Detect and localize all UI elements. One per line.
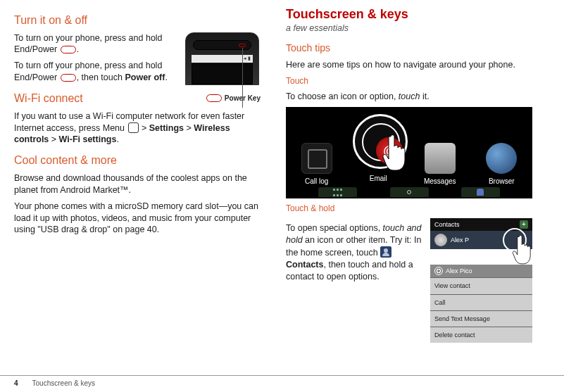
power-key-icon <box>206 94 222 102</box>
heading-turn-on-off: Turn it on & off <box>14 13 261 28</box>
context-menu-title: Alex Pico <box>430 265 532 277</box>
page-footer: 4 Touchscreen & keys <box>0 375 564 388</box>
wifi-text: If you want to use a Wi-Fi computer netw… <box>14 110 261 146</box>
menu-item-delete: Delete contact <box>430 327 532 343</box>
phone-icon <box>301 143 332 174</box>
menu-item-sms: Send Text Message <box>430 310 532 327</box>
power-key-callout: Power Key <box>183 94 261 103</box>
menu-key-icon <box>128 122 139 133</box>
touch-hold-text: To open special options, touch and hold … <box>286 222 425 282</box>
cool-content-p2: Your phone comes with a microSD memory c… <box>14 201 261 236</box>
menu-item-view: View contact <box>430 277 532 293</box>
power-key-highlight <box>239 44 246 47</box>
touch-demo-screenshot: Call log Email Messages Browser <box>286 107 532 198</box>
context-menu: Alex Pico View contact Call Send Text Me… <box>430 265 532 343</box>
touch-tips-text: Here are some tips on how to navigate ar… <box>286 59 532 71</box>
page-number: 4 <box>14 379 18 388</box>
footer-section: Touchscreen & keys <box>32 379 96 388</box>
power-key-icon <box>61 46 76 53</box>
cool-content-p1: Browse and download thousands of the coo… <box>14 172 261 196</box>
contacts-icon <box>380 246 391 258</box>
right-column: Touchscreen & keys a few essentials Touc… <box>286 6 532 343</box>
app-messages: Messages <box>415 143 465 186</box>
phone-illustration: ◂▮ Power Key <box>183 32 261 103</box>
subtitle: a few essentials <box>286 23 532 34</box>
heading-touch: Touch <box>286 75 532 87</box>
contact-row: Alex P <box>430 231 532 249</box>
app-browser: Browser <box>477 143 526 186</box>
app-call-log: Call log <box>292 143 341 186</box>
dock-tabs <box>286 187 532 197</box>
power-key-icon <box>61 74 76 82</box>
drawer-up-icon <box>390 187 429 197</box>
contacts-demo-screenshot: Contacts + Alex P Alex Pico View contact… <box>430 218 532 343</box>
menu-item-call: Call <box>430 294 532 310</box>
person-icon <box>477 189 484 196</box>
heading-cool-content: Cool content & more <box>14 153 261 168</box>
pointer-hand-icon <box>503 228 537 265</box>
heading-touch-hold: Touch & hold <box>286 203 532 214</box>
touch-text: To choose an icon or option, touch it. <box>286 91 532 103</box>
left-column: Turn it on & off ◂▮ Power Key To turn on… <box>14 6 261 343</box>
messages-icon <box>425 143 456 174</box>
pointer-hand-icon <box>381 131 416 173</box>
heading-touchscreen-keys: Touchscreen & keys <box>286 6 532 23</box>
globe-icon <box>486 143 517 174</box>
heading-touch-tips: Touch tips <box>286 42 532 55</box>
avatar-icon <box>434 234 447 246</box>
